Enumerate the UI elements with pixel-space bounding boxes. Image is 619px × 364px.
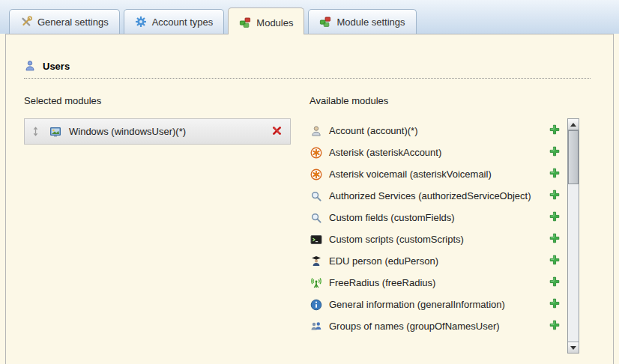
module-settings-icon xyxy=(319,16,331,28)
scrollbar-track[interactable] xyxy=(568,130,579,342)
drag-handle-icon[interactable] xyxy=(32,126,39,137)
plus-icon xyxy=(549,189,560,202)
available-module-row: Custom scripts (customScripts) xyxy=(310,228,567,250)
available-modules-column: Available modules Account (account)(*) xyxy=(310,95,579,354)
module-name: Groups of names (groupOfNamesUser) xyxy=(329,321,549,332)
plus-icon xyxy=(549,255,560,267)
radius-icon xyxy=(310,277,323,289)
selected-modules-column: Selected modules Windows (windowsUser)(*… xyxy=(24,95,310,354)
asterisk-icon xyxy=(310,169,323,181)
tab-account-types[interactable]: Account types xyxy=(124,9,225,34)
add-module-button[interactable] xyxy=(549,276,560,289)
plus-icon xyxy=(549,276,560,289)
module-name: Custom fields (customFields) xyxy=(329,212,549,223)
module-name: Custom scripts (customScripts) xyxy=(329,234,549,245)
module-name: Authorized Services (authorizedServiceOb… xyxy=(329,190,549,201)
add-module-button[interactable] xyxy=(549,233,560,246)
modules-icon xyxy=(239,16,251,28)
plus-icon xyxy=(549,298,560,311)
available-module-row: Groups of names (groupOfNamesUser) xyxy=(310,315,567,337)
add-module-button[interactable] xyxy=(549,124,560,137)
tab-label: Module settings xyxy=(336,16,405,28)
scroll-down-button[interactable] xyxy=(568,342,579,353)
info-icon xyxy=(310,299,323,311)
edu-person-icon xyxy=(310,255,323,267)
add-module-button[interactable] xyxy=(549,320,560,333)
section-title: Users xyxy=(43,61,70,72)
lam-configuration-page: General settings Account types Modules M… xyxy=(0,0,619,364)
delete-icon xyxy=(271,125,283,139)
windows-icon xyxy=(49,126,61,138)
available-modules-label: Available modules xyxy=(310,95,579,106)
selected-modules-label: Selected modules xyxy=(24,95,310,106)
content-panel: Users Selected modules Windows (windowsU… xyxy=(5,34,614,364)
add-module-button[interactable] xyxy=(549,189,560,202)
asterisk-icon xyxy=(310,147,323,159)
plus-icon xyxy=(549,124,560,137)
plus-icon xyxy=(549,320,560,333)
tab-label: Account types xyxy=(152,16,214,28)
add-module-button[interactable] xyxy=(549,146,560,159)
module-name: Asterisk voicemail (asteriskVoicemail) xyxy=(329,169,549,180)
module-name: FreeRadius (freeRadius) xyxy=(329,277,549,288)
modules-columns: Selected modules Windows (windowsUser)(*… xyxy=(24,95,579,354)
plus-icon xyxy=(549,211,560,224)
magnifier-icon xyxy=(310,212,323,224)
remove-module-button[interactable] xyxy=(271,125,283,139)
add-module-button[interactable] xyxy=(549,298,560,311)
plus-icon xyxy=(549,233,560,246)
down-arrow-icon xyxy=(570,346,576,350)
available-module-row: FreeRadius (freeRadius) xyxy=(310,272,567,294)
tab-general-settings[interactable]: General settings xyxy=(9,9,120,34)
available-module-row: Asterisk voicemail (asteriskVoicemail) xyxy=(310,163,567,185)
tab-modules[interactable]: Modules xyxy=(228,7,304,34)
available-module-row: Authorized Services (authorizedServiceOb… xyxy=(310,185,567,207)
tab-label: Modules xyxy=(256,17,293,28)
terminal-icon xyxy=(310,234,323,246)
tools-icon xyxy=(20,16,32,28)
tab-label: General settings xyxy=(37,16,109,28)
available-modules-wrap: Account (account)(*) Asterisk (asteriskA… xyxy=(310,118,579,354)
available-modules-scrollbar[interactable] xyxy=(567,118,579,354)
add-module-button[interactable] xyxy=(549,255,560,267)
available-modules-list: Account (account)(*) Asterisk (asteriskA… xyxy=(310,120,567,337)
up-arrow-icon xyxy=(570,123,576,127)
module-name: EDU person (eduPerson) xyxy=(329,255,549,267)
available-module-row: Asterisk (asteriskAccount) xyxy=(310,142,567,163)
selected-modules-list: Windows (windowsUser)(*) xyxy=(24,118,310,145)
scroll-up-button[interactable] xyxy=(568,119,579,130)
account-icon xyxy=(310,125,323,137)
add-module-button[interactable] xyxy=(549,211,560,224)
plus-icon xyxy=(549,168,560,181)
user-icon xyxy=(24,60,36,72)
available-module-row: Custom fields (customFields) xyxy=(310,207,567,228)
group-icon xyxy=(310,321,323,333)
scrollbar-thumb[interactable] xyxy=(568,130,579,184)
module-name: Account (account)(*) xyxy=(329,125,549,136)
available-module-row: General information (generalInformation) xyxy=(310,294,567,315)
module-name: General information (generalInformation) xyxy=(329,299,549,310)
module-name: Windows (windowsUser)(*) xyxy=(69,126,271,137)
tab-bar: General settings Account types Modules M… xyxy=(0,0,619,34)
magnifier-icon xyxy=(310,190,323,202)
tab-module-settings[interactable]: Module settings xyxy=(308,9,416,34)
add-module-button[interactable] xyxy=(549,168,560,181)
available-module-row: EDU person (eduPerson) xyxy=(310,250,567,272)
account-types-icon xyxy=(135,16,147,28)
users-section-header: Users xyxy=(24,60,591,79)
available-module-row: Account (account)(*) xyxy=(310,120,567,142)
module-name: Asterisk (asteriskAccount) xyxy=(329,147,549,158)
selected-module-row[interactable]: Windows (windowsUser)(*) xyxy=(24,118,291,145)
plus-icon xyxy=(549,146,560,159)
